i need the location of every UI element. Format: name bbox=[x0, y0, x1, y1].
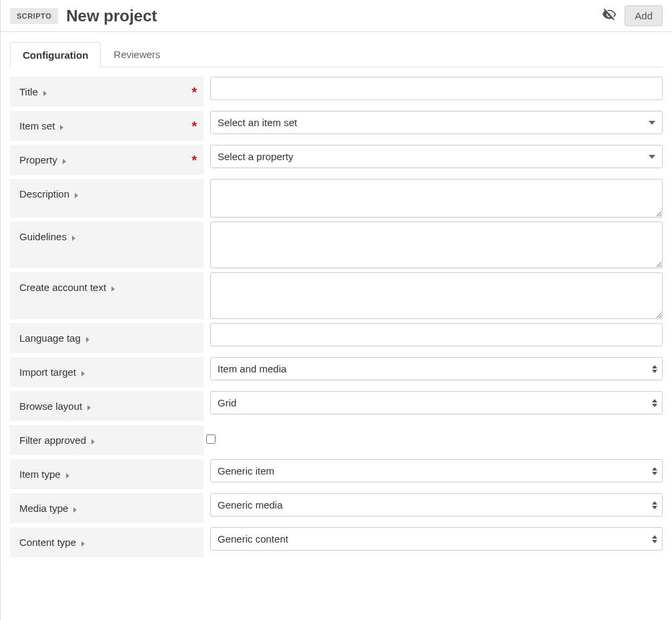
browse-layout-select[interactable]: Grid bbox=[210, 391, 663, 414]
media-type-label: Media type bbox=[19, 503, 68, 514]
content-type-label: Content type bbox=[19, 537, 76, 548]
tab-reviewers[interactable]: Reviewers bbox=[101, 41, 173, 67]
media-type-select[interactable]: Generic media bbox=[210, 493, 663, 517]
field-media-type-row: Media type Generic media bbox=[10, 493, 663, 523]
language-tag-input[interactable] bbox=[210, 323, 663, 346]
field-language-tag-row: Language tag bbox=[10, 323, 663, 353]
configuration-form: Title * Item set * Select an item set bbox=[1, 67, 672, 571]
create-account-text-textarea[interactable] bbox=[210, 272, 663, 319]
expand-icon[interactable] bbox=[81, 371, 85, 376]
chevron-down-icon bbox=[649, 121, 655, 125]
item-type-select[interactable]: Generic item bbox=[210, 459, 663, 483]
item-set-placeholder: Select an item set bbox=[218, 117, 297, 128]
item-set-label: Item set bbox=[19, 120, 55, 131]
expand-icon[interactable] bbox=[43, 91, 47, 96]
guidelines-textarea[interactable] bbox=[210, 222, 663, 268]
field-import-target-row: Import target Item and media bbox=[10, 357, 663, 387]
required-icon: * bbox=[192, 119, 197, 134]
content-type-select[interactable]: Generic content bbox=[210, 527, 663, 551]
required-icon: * bbox=[192, 85, 197, 100]
description-textarea[interactable] bbox=[210, 179, 663, 218]
property-placeholder: Select a property bbox=[218, 151, 293, 162]
expand-icon[interactable] bbox=[81, 541, 85, 547]
field-description-row: Description bbox=[10, 179, 663, 218]
required-icon: * bbox=[192, 153, 197, 168]
title-label: Title bbox=[19, 86, 38, 97]
field-create-account-text-row: Create account text bbox=[10, 272, 663, 319]
expand-icon[interactable] bbox=[72, 236, 75, 241]
expand-icon[interactable] bbox=[75, 193, 78, 198]
field-filter-approved-row: Filter approved bbox=[10, 425, 663, 455]
filter-approved-label: Filter approved bbox=[19, 434, 86, 446]
field-item-type-row: Item type Generic item bbox=[10, 459, 663, 489]
item-type-label: Item type bbox=[19, 469, 61, 480]
item-set-select[interactable]: Select an item set bbox=[210, 111, 663, 134]
field-guidelines-row: Guidelines bbox=[10, 222, 663, 268]
chevron-down-icon bbox=[649, 155, 655, 159]
module-badge: SCRIPTO bbox=[10, 8, 58, 24]
expand-icon[interactable] bbox=[60, 125, 63, 130]
expand-icon[interactable] bbox=[73, 507, 77, 513]
field-content-type-row: Content type Generic content bbox=[10, 527, 663, 557]
title-input[interactable] bbox=[210, 77, 663, 100]
browse-layout-label: Browse layout bbox=[19, 400, 82, 412]
expand-icon[interactable] bbox=[111, 286, 115, 292]
field-item-set-row: Item set * Select an item set bbox=[10, 111, 663, 141]
description-label: Description bbox=[19, 188, 69, 200]
field-browse-layout-row: Browse layout Grid bbox=[10, 391, 663, 421]
create-account-text-label: Create account text bbox=[19, 282, 106, 293]
expand-icon[interactable] bbox=[91, 439, 95, 444]
expand-icon[interactable] bbox=[66, 473, 69, 479]
filter-approved-checkbox[interactable] bbox=[206, 434, 216, 444]
field-title-row: Title * bbox=[10, 77, 663, 107]
property-select[interactable]: Select a property bbox=[210, 145, 663, 168]
guidelines-label: Guidelines bbox=[19, 231, 67, 242]
add-button[interactable]: Add bbox=[625, 5, 663, 26]
language-tag-label: Language tag bbox=[19, 332, 81, 344]
tab-configuration[interactable]: Configuration bbox=[10, 42, 101, 67]
expand-icon[interactable] bbox=[63, 159, 66, 164]
page-title: New project bbox=[66, 7, 602, 25]
tabs: Configuration Reviewers bbox=[10, 41, 663, 67]
import-target-label: Import target bbox=[19, 366, 76, 378]
expand-icon[interactable] bbox=[87, 405, 91, 410]
field-property-row: Property * Select a property bbox=[10, 145, 663, 175]
property-label: Property bbox=[19, 154, 57, 166]
page-header: SCRIPTO New project Add bbox=[1, 0, 672, 32]
visibility-icon[interactable] bbox=[602, 7, 617, 25]
import-target-select[interactable]: Item and media bbox=[210, 357, 663, 380]
expand-icon[interactable] bbox=[86, 337, 89, 342]
